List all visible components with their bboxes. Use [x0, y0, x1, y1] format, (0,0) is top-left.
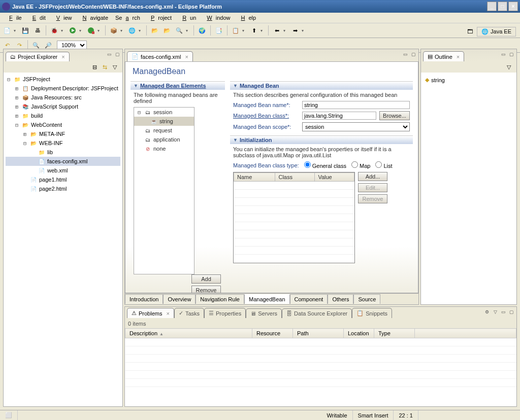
new-icon[interactable]: 📄 [2, 25, 13, 36]
back-icon[interactable]: ⬅ [271, 25, 282, 36]
tab-outline[interactable]: ▤ Outline × [423, 51, 464, 61]
menu-view[interactable]: View [49, 14, 76, 22]
browse-class-button[interactable]: Browse... [379, 111, 410, 120]
problems-table[interactable]: Description▲ Resource Path Location Type [125, 328, 516, 387]
tab-managedbean[interactable]: ManagedBean [244, 294, 290, 304]
link-editor-icon[interactable]: ⇆ [100, 62, 109, 72]
close-tab-icon[interactable]: × [457, 54, 460, 60]
minimize-button[interactable]: _ [487, 2, 497, 11]
open-perspective-icon[interactable]: 🗔 [464, 26, 475, 37]
outline-item[interactable]: ◆ string [424, 76, 513, 84]
bean-icon: ☕ [150, 117, 158, 125]
next-annotation-icon[interactable]: ⬆ [248, 25, 259, 36]
status-insert: Smart Insert [353, 410, 394, 420]
close-button[interactable]: × [508, 2, 518, 11]
maximize-view-icon[interactable]: ▢ [508, 308, 515, 316]
save-icon[interactable]: 💾 [20, 25, 31, 36]
tab-tasks[interactable]: ✓Tasks [174, 308, 204, 318]
menu-help[interactable]: Help [234, 14, 259, 22]
bean-class-input[interactable] [302, 112, 376, 120]
properties-table[interactable]: NameClassValue [233, 172, 355, 263]
annotation-icon[interactable]: 📋 [230, 25, 241, 36]
maximize-view-icon[interactable]: ▢ [114, 51, 121, 58]
section-managed-bean-elements[interactable]: ▼Managed Bean Elements [131, 82, 225, 90]
remove-prop-button[interactable]: Remove [358, 194, 387, 203]
tab-snippets[interactable]: 📋Snippets [352, 308, 392, 318]
search-icon[interactable]: 🔍 [174, 25, 185, 36]
add-bean-button[interactable]: Add [191, 274, 221, 284]
bean-scope-select[interactable]: session [302, 122, 410, 131]
menu-window[interactable]: Window [200, 14, 234, 22]
run-last-icon[interactable] [85, 25, 96, 36]
collapse-all-icon[interactable]: ⊟ [90, 62, 99, 72]
snippets-icon: 📋 [356, 310, 364, 317]
view-menu-icon[interactable]: ▽ [492, 308, 499, 316]
minimize-view-icon[interactable]: ▭ [106, 51, 113, 58]
menu-navigate[interactable]: Navigate [76, 14, 112, 22]
forward-icon[interactable]: ➡ [289, 25, 301, 36]
datasource-icon: 🗄 [286, 310, 292, 317]
print-icon[interactable]: 🖶 [32, 25, 43, 36]
project-icon: 📁 [13, 75, 21, 83]
debug-icon[interactable]: 🐞 [49, 25, 60, 36]
menu-edit[interactable]: Edit [25, 14, 49, 22]
minimize-view-icon[interactable]: ▭ [500, 51, 507, 58]
minimize-view-icon[interactable]: ▭ [500, 308, 507, 316]
close-tab-icon[interactable]: × [61, 54, 64, 60]
bean-name-input[interactable] [302, 101, 410, 109]
tab-source[interactable]: Source [353, 294, 380, 304]
tab-component[interactable]: Component [290, 294, 328, 304]
tab-navigation-rule[interactable]: Navigation Rule [196, 294, 244, 304]
radio-general[interactable]: General class [304, 161, 346, 169]
edit-prop-button[interactable]: Edit... [358, 183, 387, 192]
open-type-icon[interactable]: 📂 [149, 25, 160, 36]
menu-search[interactable]: Search [112, 14, 144, 22]
section-initialization[interactable]: ▼Initialization [230, 136, 413, 144]
open-task-icon[interactable]: 📂 [161, 25, 173, 36]
tab-servers[interactable]: 🖥Servers [246, 308, 282, 318]
maximize-view-icon[interactable]: ▢ [508, 51, 515, 58]
close-tab-icon[interactable]: × [166, 310, 169, 317]
menu-file[interactable]: File [2, 14, 25, 22]
tab-introduction[interactable]: Introduction [125, 294, 163, 304]
maximize-button[interactable]: □ [498, 2, 507, 11]
editor-tab-faces-config[interactable]: 📄 faces-config.xml × [127, 51, 193, 61]
filter-icon[interactable]: ⚙ [483, 308, 491, 316]
globe-icon[interactable]: 🌐 [126, 25, 138, 36]
tab-properties[interactable]: ☰Properties [204, 308, 246, 318]
web-browser-icon[interactable]: 🌍 [197, 25, 208, 36]
tab-project-explorer[interactable]: 🗂 Project Explorer × [6, 52, 70, 61]
html-file-icon: 📄 [29, 176, 38, 184]
folder-icon: 📁 [21, 112, 29, 120]
perspective-javaee[interactable]: 🌐 Java EE [477, 27, 516, 37]
tab-data-source[interactable]: 🗄Data Source Explorer [282, 308, 352, 318]
menu-project[interactable]: Project [144, 14, 175, 22]
scope-none-icon: ⊘ [144, 145, 152, 153]
window-titlebar: Java EE - JSFProject/WebContent/WEB-INF/… [0, 0, 520, 13]
view-menu-icon[interactable]: ▽ [110, 62, 119, 72]
folder-open-icon: 📂 [29, 139, 38, 147]
radio-list[interactable]: List [375, 161, 392, 169]
xml-file-icon: 📄 [132, 53, 139, 60]
tab-overview[interactable]: Overview [163, 294, 196, 304]
new-server-icon[interactable]: 📦 [108, 25, 119, 36]
toggle-mark-icon[interactable]: 📑 [213, 25, 224, 36]
view-menu-icon[interactable]: ▽ [504, 62, 513, 72]
section-managed-bean[interactable]: ▼Managed Bean [230, 82, 413, 90]
tab-problems[interactable]: ⚠Problems× [127, 308, 174, 318]
radio-map[interactable]: Map [351, 161, 370, 169]
run-icon[interactable] [67, 25, 78, 36]
folder-icon: 📁 [38, 148, 46, 156]
outline-icon: ▤ [428, 53, 433, 60]
sort-asc-icon: ▲ [159, 332, 164, 336]
close-tab-icon[interactable]: × [185, 54, 188, 60]
project-tree[interactable]: ⊟📁JSFProject ⊞📋Deployment Descriptor: JS… [4, 73, 122, 195]
bean-class-label[interactable]: Managed Bean class*: [233, 113, 299, 119]
maximize-editor-icon[interactable]: ▢ [410, 51, 417, 58]
tab-others[interactable]: Others [328, 294, 353, 304]
menu-run[interactable]: Run [175, 14, 200, 22]
minimize-editor-icon[interactable]: ▭ [402, 51, 409, 58]
managed-beans-tree[interactable]: ⊟🗂session ☕string 🗂request 🗂application … [134, 107, 194, 274]
remove-bean-button[interactable]: Remove [191, 286, 221, 293]
add-prop-button[interactable]: Add... [358, 172, 387, 181]
